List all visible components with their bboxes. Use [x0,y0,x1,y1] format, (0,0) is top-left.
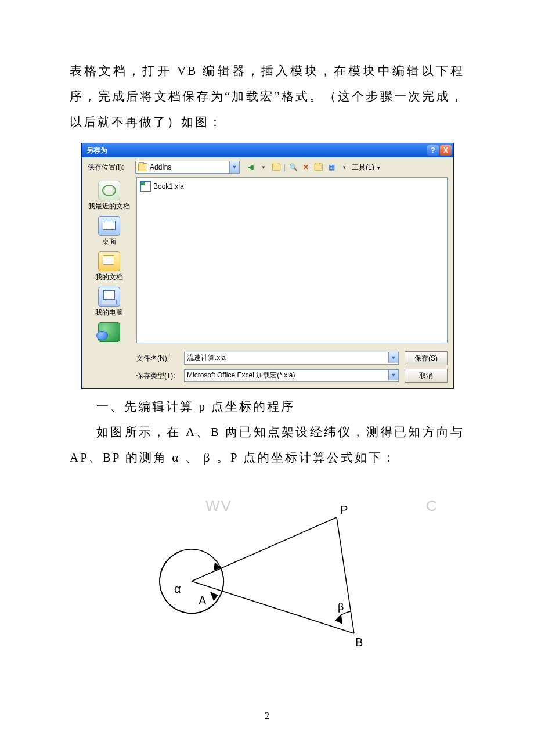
chevron-down-icon: ▼ [388,352,398,363]
places-bar: 我最近的文档 桌面 我的文档 我的电脑 [82,177,136,347]
geometry-diagram: α A P β B [145,488,389,651]
label-A: A [199,594,207,607]
search-icon[interactable]: 🔍 [288,162,298,172]
up-folder-icon[interactable] [271,162,282,172]
svg-line-1 [192,517,337,581]
dialog-toolbar: ◄ ▼ | 🔍 ✕ ▦ ▼ 工具(L) ▼ [246,162,381,172]
filename-value: 流速计算.xla [187,354,226,362]
help-button[interactable]: ? [427,145,439,156]
folder-icon [138,163,147,171]
desktop-icon [98,216,120,236]
back-icon[interactable]: ◄ [246,162,256,172]
dialog-middle: 我最近的文档 桌面 我的文档 我的电脑 [82,177,453,347]
computer-icon [98,287,120,307]
place-documents[interactable]: 我的文档 [86,251,132,282]
new-folder-icon[interactable] [313,162,324,172]
dialog-title: 另存为 [86,146,107,156]
place-documents-label: 我的文档 [86,272,132,282]
recent-icon [98,181,120,200]
location-value: AddIns [150,163,171,171]
file-item-label: Book1.xla [153,182,184,190]
filetype-dropdown[interactable]: Microsoft Office Excel 加载宏(*.xla) ▼ [184,369,399,382]
watermark-right: C [426,497,438,515]
file-list-pane[interactable]: Book1.xla [136,177,448,343]
label-alpha: α [174,582,181,595]
separator-icon: | [284,163,286,171]
page-number: 2 [0,711,534,721]
save-button[interactable]: 保存(S) [405,351,448,365]
label-beta: β [338,601,344,613]
cancel-button[interactable]: 取消 [405,369,448,383]
chevron-down-icon: ▼ [388,370,398,380]
filetype-value: Microsoft Office Excel 加载宏(*.xla) [187,371,295,379]
close-icon: X [443,146,448,154]
dialog-titlebar: 另存为 ? X [82,143,453,157]
filename-input[interactable]: 流速计算.xla ▼ [184,352,399,365]
chevron-down-icon: ▼ [229,161,239,173]
xla-file-icon [140,181,151,192]
document-page: 表格文档，打开 VB 编辑器，插入模块，在模块中编辑以下程序，完成后将文档保存为… [0,0,534,756]
location-dropdown[interactable]: AddIns ▼ [135,161,240,174]
save-as-dialog: 另存为 ? X 保存位置(I): AddIns ▼ ◄ ▼ | [81,143,454,389]
place-computer[interactable]: 我的电脑 [86,287,132,318]
views-icon[interactable]: ▦ [326,162,337,172]
tools-menu[interactable]: 工具(L) ▼ [352,163,381,172]
place-recent[interactable]: 我最近的文档 [86,181,132,211]
place-desktop[interactable]: 桌面 [86,216,132,247]
paragraph-1: 表格文档，打开 VB 编辑器，插入模块，在模块中编辑以下程序，完成后将文档保存为… [70,58,464,135]
screenshot-save-dialog: WV C 另存为 ? X 保存位置(I): AddIns ▼ ◄ ▼ [81,143,453,389]
svg-marker-5 [210,592,218,601]
place-desktop-label: 桌面 [86,237,132,247]
label-P: P [340,503,348,516]
paragraph-2: 一、先编辑计算 p 点坐标的程序 [70,394,464,419]
filename-label: 文件名(N): [136,354,178,363]
location-row: 保存位置(I): AddIns ▼ ◄ ▼ | 🔍 ✕ ▦ ▼ 工具(L) ▼ [82,157,453,177]
delete-icon[interactable]: ✕ [301,162,311,172]
dialog-fields: 文件名(N): 流速计算.xla ▼ 保存(S) 保存类型(T): Micros… [136,347,453,388]
filetype-label: 保存类型(T): [136,371,178,381]
back-menu-icon[interactable]: ▼ [258,162,269,172]
svg-line-2 [192,581,354,633]
place-computer-label: 我的电脑 [86,308,132,318]
network-icon [98,322,120,342]
documents-icon [98,251,120,271]
help-icon: ? [431,146,435,154]
label-B: B [355,636,363,649]
file-item[interactable]: Book1.xla [140,181,443,192]
close-button[interactable]: X [440,145,452,156]
place-network[interactable] [86,322,132,343]
views-menu-icon[interactable]: ▼ [339,162,349,172]
paragraph-3: 如图所示，在 A、B 两已知点架设经纬仪，测得已知方向与 AP、BP 的测角 α… [70,419,464,470]
place-recent-label: 我最近的文档 [86,201,132,211]
location-label: 保存位置(I): [88,163,129,172]
